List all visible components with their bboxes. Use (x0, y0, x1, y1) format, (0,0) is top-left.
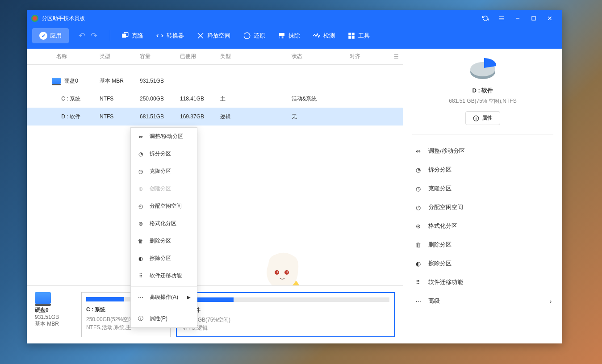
cm-clone[interactable]: ◷克隆分区 (131, 163, 197, 180)
cm-wipe[interactable]: ◐擦除分区 (131, 250, 197, 267)
svg-rect-4 (532, 17, 535, 20)
app-title: 分区助手技术员版 (42, 15, 477, 22)
wipe-button[interactable]: 抹除 (273, 29, 305, 42)
side-wipe[interactable]: ◐擦除分区 (412, 254, 553, 273)
info-icon (473, 115, 479, 121)
trash-icon: 🗑 (137, 238, 144, 245)
svg-point-37 (476, 117, 477, 117)
migrate-icon: ⠿ (137, 272, 144, 280)
disk-row[interactable]: 硬盘0 基本 MBR 931.51GB (27, 72, 403, 90)
side-clone[interactable]: ◷克隆分区 (412, 179, 553, 198)
header-type[interactable]: 类型 (96, 53, 136, 60)
svg-rect-9 (279, 33, 284, 36)
format-icon: ⊛ (414, 222, 422, 230)
wipe-icon: ◐ (137, 255, 144, 262)
clone-icon: ◷ (414, 184, 422, 192)
cm-format[interactable]: ⊛格式化分区 (131, 215, 197, 232)
info-icon: ⓘ (137, 315, 144, 322)
clone-button[interactable]: 克隆 (117, 29, 148, 42)
toolbar: 应用 ↶ ↷ 克隆 转换器 释放空间 还原 抹除 检测 工具 (27, 26, 562, 49)
cm-delete[interactable]: 🗑删除分区 (131, 232, 197, 250)
close-button[interactable] (542, 10, 558, 26)
side-subtitle: 681.51 GB(75% 空闲),NTFS (412, 97, 553, 105)
properties-button[interactable]: 属性 (465, 111, 500, 125)
svg-point-20 (273, 277, 300, 285)
cm-resize[interactable]: ⇔调整/移动分区 (131, 128, 197, 145)
clock-icon: ◴ (137, 203, 144, 210)
app-logo-icon (31, 15, 38, 22)
header-used[interactable]: 已使用 (176, 53, 217, 60)
side-split[interactable]: ◔拆分分区 (412, 160, 553, 179)
clone-icon: ◷ (137, 168, 144, 175)
side-advanced[interactable]: ⋯高级 › (412, 292, 553, 310)
mascot-image: 萌 动 简 (251, 248, 318, 285)
restore-button[interactable]: 还原 (238, 29, 270, 42)
disk-tile[interactable]: 硬盘0 931.51GB 基本 MBR (35, 292, 76, 337)
side-title: D : 软件 (412, 87, 553, 95)
header-kind[interactable]: 类型 (217, 53, 288, 60)
create-icon: ⊕ (137, 185, 144, 192)
split-icon: ◔ (414, 166, 422, 174)
free-space-button[interactable]: 释放空间 (192, 29, 235, 42)
side-delete[interactable]: 🗑删除分区 (412, 235, 553, 254)
cm-alloc[interactable]: ◴分配空闲空间 (131, 197, 197, 215)
side-migrate[interactable]: ⠿软件迁移功能 (412, 273, 553, 292)
cm-create: ⊕创建分区 (131, 180, 197, 197)
disk-icon (52, 78, 61, 84)
header-status[interactable]: 状态 (288, 53, 346, 60)
content-area: 名称 类型 容量 已使用 类型 状态 对齐 ☰ 硬盘0 基本 MBR 931.5… (27, 49, 562, 343)
bottom-panel: 硬盘0 931.51GB 基本 MBR C : 系统 250.00GB(52%空… (27, 285, 403, 343)
disk-tile-icon (35, 292, 51, 304)
svg-point-21 (267, 255, 298, 285)
undo-button[interactable]: ↶ (77, 29, 87, 42)
side-format[interactable]: ⊛格式化分区 (412, 217, 553, 235)
main-panel: 名称 类型 容量 已使用 类型 状态 对齐 ☰ 硬盘0 基本 MBR 931.5… (27, 49, 403, 343)
wipe-icon: ◐ (414, 259, 422, 268)
format-icon: ⊛ (137, 220, 144, 227)
redo-button[interactable]: ↷ (89, 29, 99, 42)
partition-row-c[interactable]: C : 系统 NTFS 250.00GB 118.41GB 主 活动&系统 (27, 90, 403, 108)
chevron-right-icon: ▶ (187, 295, 191, 300)
cm-advanced[interactable]: ⋯高级操作(A)▶ (131, 289, 197, 306)
apply-button[interactable]: 应用 (32, 28, 69, 43)
svg-point-23 (284, 270, 289, 275)
titlebar: 分区助手技术员版 (27, 10, 562, 26)
header-capacity[interactable]: 容量 (136, 53, 176, 60)
header-align[interactable]: 对齐 (346, 53, 389, 60)
cm-props[interactable]: ⓘ属性(P) (131, 310, 197, 327)
menu-icon[interactable] (493, 10, 510, 26)
side-resize[interactable]: ⇔调整/移动分区 (412, 142, 553, 160)
table-body: 硬盘0 基本 MBR 931.51GB C : 系统 NTFS 250.00GB… (27, 65, 403, 285)
apply-label: 应用 (50, 32, 62, 40)
undo-redo-group: ↶ ↷ (77, 29, 99, 42)
resize-icon: ⇔ (137, 133, 144, 140)
column-menu-icon[interactable]: ☰ (389, 54, 403, 60)
more-icon: ⋯ (137, 294, 144, 301)
more-icon: ⋯ (414, 297, 422, 305)
maximize-button[interactable] (526, 10, 542, 26)
partition-row-d[interactable]: D : 软件 NTFS 681.51GB 169.37GB 逻辑 无 (27, 108, 403, 126)
clock-icon: ◴ (414, 203, 422, 211)
cm-migrate[interactable]: ⠿软件迁移功能 (131, 267, 197, 285)
check-icon (39, 32, 47, 40)
minimize-button[interactable] (510, 10, 526, 26)
cm-split[interactable]: ◔拆分分区 (131, 145, 197, 163)
header-name[interactable]: 名称 (27, 53, 96, 60)
svg-rect-17 (352, 36, 355, 39)
pie-chart (412, 58, 553, 82)
refresh-icon[interactable] (477, 10, 493, 26)
context-menu: ⇔调整/移动分区 ◔拆分分区 ◷克隆分区 ⊕创建分区 ◴分配空闲空间 ⊛格式化分… (130, 127, 197, 328)
side-panel: D : 软件 681.51 GB(75% 空闲),NTFS 属性 ⇔调整/移动分… (403, 49, 562, 343)
chevron-right-icon: › (550, 298, 552, 305)
partition-tile-d[interactable]: D : 软件 681.51GB(75%空闲) NTFS,逻辑 (176, 292, 395, 337)
migrate-icon: ⠿ (414, 278, 422, 286)
check-button[interactable]: 检测 (308, 29, 339, 42)
svg-rect-15 (352, 33, 355, 35)
app-window: 分区助手技术员版 应用 ↶ ↷ 克隆 转换器 释放空间 还原 抹除 检测 工具 … (27, 10, 562, 343)
tools-button[interactable]: 工具 (343, 29, 374, 42)
svg-point-25 (287, 272, 288, 273)
side-alloc[interactable]: ◴分配空闲空间 (412, 198, 553, 217)
svg-rect-14 (348, 33, 351, 35)
svg-point-22 (275, 270, 279, 275)
converter-button[interactable]: 转换器 (151, 29, 188, 42)
